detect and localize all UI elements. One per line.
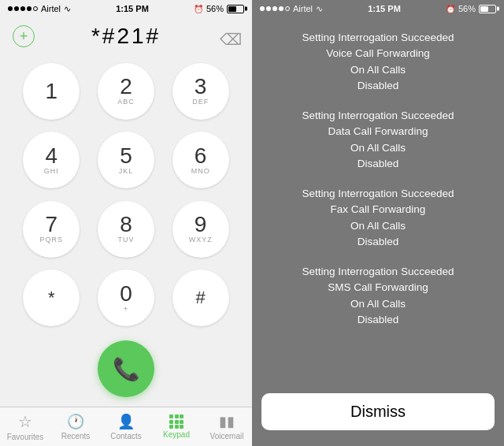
key-9[interactable]: 9WXYZ <box>172 201 229 258</box>
message-block-2: Setting Interrogation SucceededFax Call … <box>261 186 495 250</box>
tab-voicemail-label: Voicemail <box>210 432 244 440</box>
msg-line-2-0: Setting Interrogation Succeeded <box>261 186 495 202</box>
tab-bar: ☆ Favourites 🕐 Recents 👤 Contacts Key <box>0 407 252 446</box>
left-battery-icon <box>227 5 244 13</box>
msg-line-2-2: On All Calls <box>261 218 495 234</box>
message-block-0: Setting Interrogation SucceededVoice Cal… <box>261 30 495 94</box>
left-alarm-icon: ⏰ <box>194 5 203 13</box>
backspace-icon <box>220 30 237 43</box>
signal-dot-1 <box>8 6 13 11</box>
key-2[interactable]: 2ABC <box>98 63 154 120</box>
key-main-8: 8 <box>120 214 132 236</box>
right-carrier: Airtel <box>293 4 313 13</box>
call-row: 📞 <box>0 334 252 407</box>
key-sub-2: ABC <box>117 98 135 106</box>
key-6[interactable]: 6MNO <box>172 132 229 188</box>
key-main-7: 7 <box>46 214 58 236</box>
key-#[interactable]: # <box>172 269 229 326</box>
dialer-input[interactable]: *#21# <box>91 24 161 49</box>
right-signal-dot-1 <box>260 6 265 11</box>
left-battery-fill <box>228 6 236 12</box>
msg-line-3-3: Disabled <box>261 312 495 328</box>
key-sub-0: + <box>124 305 128 314</box>
keypad-grid-icon <box>169 414 183 429</box>
signal-bars <box>8 6 38 11</box>
key-1[interactable]: 1 <box>23 63 80 120</box>
left-battery-pct: 56% <box>206 4 224 13</box>
right-panel: Airtel ∿ 1:15 PM ⏰ 56% Setting Interroga… <box>252 0 504 446</box>
contacts-icon: 👤 <box>117 413 135 430</box>
key-main-1: 1 <box>46 80 58 102</box>
key-main-3: 3 <box>195 76 207 98</box>
tab-voicemail[interactable]: ▮▮ Voicemail <box>202 413 252 440</box>
right-wifi-icon: ∿ <box>316 4 323 14</box>
right-battery-fill <box>480 6 488 12</box>
signal-dot-5 <box>33 6 38 11</box>
right-battery-pct: 56% <box>458 4 476 13</box>
key-main-9: 9 <box>195 214 207 236</box>
dismiss-button[interactable]: Dismiss <box>261 393 495 430</box>
right-time: 1:15 PM <box>368 4 401 13</box>
signal-dot-2 <box>14 6 19 11</box>
tab-keypad[interactable]: Keypad <box>151 414 202 439</box>
phone-icon: 📞 <box>113 356 140 382</box>
tab-keypad-label: Keypad <box>163 430 190 439</box>
tab-recents-label: Recents <box>61 432 91 440</box>
left-panel: Airtel ∿ 1:15 PM ⏰ 56% + *#21# 12ABC3DEF… <box>0 0 252 446</box>
msg-line-0-3: Disabled <box>261 78 495 94</box>
key-main-6: 6 <box>195 145 207 167</box>
tab-contacts-label: Contacts <box>110 432 141 440</box>
message-block-3: Setting Interrogation SucceededSMS Call … <box>261 264 495 328</box>
right-signal-dot-4 <box>279 6 284 11</box>
msg-line-2-1: Fax Call Forwarding <box>261 202 495 217</box>
dismiss-area: Dismiss <box>252 387 504 446</box>
signal-dot-3 <box>20 6 25 11</box>
key-5[interactable]: 5JKL <box>98 132 154 188</box>
message-block-1: Setting Interrogation SucceededData Call… <box>261 108 495 172</box>
keypad-grid: 12ABC3DEF4GHI5JKL6MNO7PQRS8TUV9WXYZ*0+# <box>0 55 252 334</box>
left-status-left: Airtel ∿ <box>8 4 71 14</box>
key-main-5: 5 <box>120 145 132 167</box>
msg-line-2-3: Disabled <box>261 234 495 250</box>
right-signal-bars <box>260 6 290 11</box>
delete-button[interactable] <box>217 25 239 47</box>
right-alarm-icon: ⏰ <box>446 5 455 13</box>
dialer-header: + *#21# <box>0 17 252 55</box>
left-status-bar: Airtel ∿ 1:15 PM ⏰ 56% <box>0 0 252 17</box>
msg-line-0-0: Setting Interrogation Succeeded <box>261 30 495 46</box>
key-3[interactable]: 3DEF <box>172 63 229 120</box>
key-sub-9: WXYZ <box>189 236 213 244</box>
right-signal-dot-3 <box>272 6 277 11</box>
msg-line-3-2: On All Calls <box>261 296 495 312</box>
left-status-right: ⏰ 56% <box>194 4 244 13</box>
right-status-bar: Airtel ∿ 1:15 PM ⏰ 56% <box>252 0 504 17</box>
recents-icon: 🕐 <box>67 413 84 430</box>
key-sub-3: DEF <box>192 98 209 106</box>
msg-line-1-3: Disabled <box>261 156 495 172</box>
key-8[interactable]: 8TUV <box>98 201 154 258</box>
key-sub-4: GHI <box>44 167 59 176</box>
call-button[interactable]: 📞 <box>98 340 154 397</box>
tab-contacts[interactable]: 👤 Contacts <box>101 413 151 440</box>
msg-line-1-2: On All Calls <box>261 140 495 156</box>
key-4[interactable]: 4GHI <box>23 132 80 188</box>
key-0[interactable]: 0+ <box>98 269 154 326</box>
tab-favourites[interactable]: ☆ Favourites <box>0 412 50 441</box>
key-main-2: 2 <box>120 76 132 98</box>
right-status-left: Airtel ∿ <box>260 4 323 14</box>
tab-recents[interactable]: 🕐 Recents <box>50 413 101 440</box>
messages-area: Setting Interrogation SucceededVoice Cal… <box>252 17 504 387</box>
voicemail-icon: ▮▮ <box>219 413 235 430</box>
right-signal-dot-2 <box>266 6 271 11</box>
left-wifi-icon: ∿ <box>64 4 71 14</box>
key-7[interactable]: 7PQRS <box>23 201 80 258</box>
add-contact-button[interactable]: + <box>13 25 35 47</box>
key-sub-5: JKL <box>119 167 134 176</box>
key-sub-6: MNO <box>191 167 210 176</box>
msg-line-3-1: SMS Call Forwarding <box>261 280 495 295</box>
key-main-4: 4 <box>46 145 58 167</box>
key-*[interactable]: * <box>23 269 80 326</box>
msg-line-0-2: On All Calls <box>261 62 495 78</box>
left-time: 1:15 PM <box>116 4 149 13</box>
right-battery-icon <box>479 5 496 13</box>
